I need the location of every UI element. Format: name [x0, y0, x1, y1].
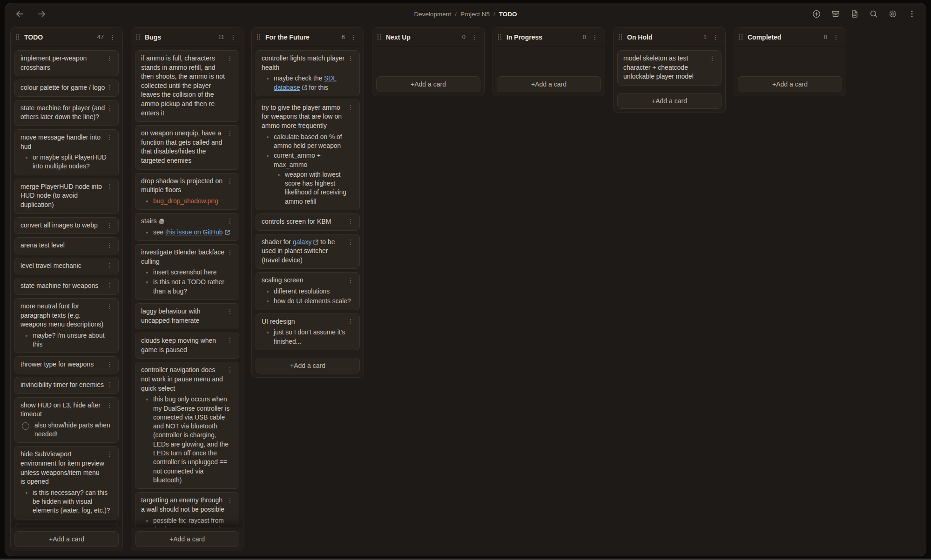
card[interactable]: controller lights match player health⋮ma… [256, 50, 360, 96]
breadcrumb-item-project[interactable]: Project N5 [460, 11, 490, 18]
drag-handle-icon[interactable] [377, 33, 382, 40]
card-link[interactable]: this issue on GitHub [165, 229, 223, 236]
card[interactable]: more neutral font for paragraph texts (e… [14, 298, 119, 353]
card[interactable]: drop shadow is projected on multiple flo… [135, 173, 239, 210]
card-menu-kebab-icon[interactable]: ⋮ [105, 54, 114, 62]
card-menu-kebab-icon[interactable]: ⋮ [105, 450, 114, 458]
page-icon[interactable] [850, 9, 859, 19]
card-menu-kebab-icon[interactable]: ⋮ [225, 336, 235, 345]
card-link[interactable]: bug_drop_shadow.png [153, 198, 218, 205]
search-icon[interactable] [869, 9, 878, 19]
card[interactable]: targetting an enemy through a wall shoul… [135, 492, 239, 527]
add-card-button[interactable]: +Add a card [135, 531, 239, 547]
add-card-button[interactable]: +Add a card [376, 76, 480, 92]
card-text: colour palette for game / logo [20, 84, 105, 91]
card-menu-kebab-icon[interactable]: ⋮ [346, 276, 355, 284]
card-checkbox-item[interactable]: also show/hide parts when needed! [20, 421, 113, 439]
card[interactable]: merge PlayerHUD node into HUD node (to a… [14, 179, 119, 214]
drag-handle-icon[interactable] [15, 33, 20, 40]
card-menu-kebab-icon[interactable]: ⋮ [105, 133, 114, 141]
drag-handle-icon[interactable] [497, 33, 502, 40]
card[interactable]: if ammo is full, characters stands in am… [135, 50, 239, 122]
breadcrumb-item-workspace[interactable]: Development [414, 11, 452, 18]
card-link[interactable]: galaxy [293, 238, 311, 246]
card[interactable]: stairs⋮see this issue on GitHub [135, 213, 239, 241]
card[interactable]: controls screen for KBM⋮ [256, 213, 360, 231]
card[interactable]: try to give the player ammo for weapons … [256, 100, 360, 210]
column-menu-kebab-icon[interactable]: ⋮ [831, 33, 841, 41]
card-menu-kebab-icon[interactable]: ⋮ [225, 217, 235, 225]
card-menu-kebab-icon[interactable]: ⋮ [346, 54, 355, 62]
card-menu-kebab-icon[interactable]: ⋮ [225, 307, 235, 315]
column-menu-kebab-icon[interactable]: ⋮ [108, 33, 117, 41]
external-link-icon [313, 238, 318, 243]
card-menu-kebab-icon[interactable]: ⋮ [105, 302, 114, 310]
add-icon[interactable] [812, 9, 821, 19]
card-menu-kebab-icon[interactable]: ⋮ [346, 317, 355, 326]
card-menu-kebab-icon[interactable]: ⋮ [225, 177, 235, 185]
card[interactable]: thrower type for weapons⋮ [14, 356, 119, 373]
card[interactable]: state machine for player (and others lat… [14, 100, 119, 126]
card-menu-kebab-icon[interactable]: ⋮ [708, 54, 717, 62]
drag-handle-icon[interactable] [135, 33, 141, 40]
card-menu-kebab-icon[interactable]: ⋮ [105, 241, 114, 249]
card[interactable]: shader for galaxy to be used in planet s… [256, 234, 360, 269]
card-menu-kebab-icon[interactable]: ⋮ [225, 129, 235, 137]
card[interactable]: scaling screen⋮different resolutionshow … [256, 272, 360, 310]
archive-icon[interactable] [831, 9, 840, 19]
settings-gear-icon[interactable] [888, 9, 897, 19]
add-card-button[interactable]: +Add a card [256, 358, 360, 373]
add-card-button[interactable]: +Add a card [497, 76, 601, 92]
card-menu-kebab-icon[interactable]: ⋮ [225, 366, 235, 374]
forward-arrow-icon[interactable] [37, 9, 47, 19]
add-card-button[interactable]: +Add a card [738, 76, 842, 92]
drag-handle-icon[interactable] [618, 33, 623, 40]
card[interactable]: arena test level⋮ [14, 237, 119, 254]
card-bullet-list: possible fix: raycast from the (weapon o… [141, 516, 233, 527]
card[interactable]: colour palette for game / logo⋮ [14, 80, 119, 97]
column-menu-kebab-icon[interactable]: ⋮ [470, 33, 479, 41]
card[interactable]: show HUD on L3, hide after timeout⋮also … [14, 397, 119, 443]
card-menu-kebab-icon[interactable]: ⋮ [105, 261, 114, 270]
more-kebab-icon[interactable] [907, 9, 917, 19]
card-menu-kebab-icon[interactable]: ⋮ [105, 360, 114, 368]
column-menu-kebab-icon[interactable]: ⋮ [590, 33, 600, 41]
card[interactable]: clouds keep moving when game is paused⋮ [135, 333, 239, 359]
column-menu-kebab-icon[interactable]: ⋮ [711, 33, 720, 41]
card-menu-kebab-icon[interactable]: ⋮ [105, 104, 114, 112]
card[interactable]: learn about styling projectiles⋮look at … [14, 523, 119, 527]
add-card-button[interactable]: +Add a card [617, 93, 722, 109]
card[interactable]: investigate Blender backface culling⋮ins… [135, 244, 239, 300]
column-header: On Hold1⋮ [614, 28, 725, 47]
card-menu-kebab-icon[interactable]: ⋮ [346, 238, 355, 246]
card-menu-kebab-icon[interactable]: ⋮ [105, 401, 114, 409]
drag-handle-icon[interactable] [738, 33, 743, 40]
drag-handle-icon[interactable] [256, 33, 261, 40]
card[interactable]: level travel mechanic⋮ [14, 258, 119, 275]
card[interactable]: on weapon unequip, have a function that … [135, 125, 239, 169]
add-card-button[interactable]: +Add a card [14, 531, 119, 547]
card-menu-kebab-icon[interactable]: ⋮ [225, 54, 235, 62]
column-menu-kebab-icon[interactable]: ⋮ [229, 33, 238, 41]
card-menu-kebab-icon[interactable]: ⋮ [105, 221, 114, 229]
column-menu-kebab-icon[interactable]: ⋮ [349, 33, 358, 41]
card[interactable]: convert all images to webp⋮ [14, 217, 119, 234]
card-menu-kebab-icon[interactable]: ⋮ [105, 83, 114, 92]
card-menu-kebab-icon[interactable]: ⋮ [225, 496, 235, 504]
card[interactable]: implement per-weapon crosshairs⋮ [14, 50, 119, 76]
card[interactable]: invincibility timer for enemies⋮ [14, 377, 119, 394]
card-menu-kebab-icon[interactable]: ⋮ [105, 281, 114, 290]
card-menu-kebab-icon[interactable]: ⋮ [225, 248, 235, 256]
card[interactable]: laggy behaviour with uncapped framerate⋮ [135, 303, 239, 329]
card[interactable]: hide SubViewport environment for item pr… [14, 446, 119, 519]
card[interactable]: UI redesign⋮just so I don't assume it's … [256, 313, 360, 350]
card[interactable]: state machine for weapons⋮ [14, 278, 119, 295]
card-menu-kebab-icon[interactable]: ⋮ [346, 217, 355, 226]
card-menu-kebab-icon[interactable]: ⋮ [346, 103, 355, 112]
card[interactable]: model skeleton as test character + cheat… [617, 50, 722, 86]
card-menu-kebab-icon[interactable]: ⋮ [105, 380, 114, 389]
back-arrow-icon[interactable] [14, 9, 25, 19]
card-menu-kebab-icon[interactable]: ⋮ [105, 182, 114, 191]
card[interactable]: controller navigation does not work in p… [135, 362, 239, 489]
card[interactable]: move message handler into hud⋮or maybe s… [14, 129, 119, 175]
